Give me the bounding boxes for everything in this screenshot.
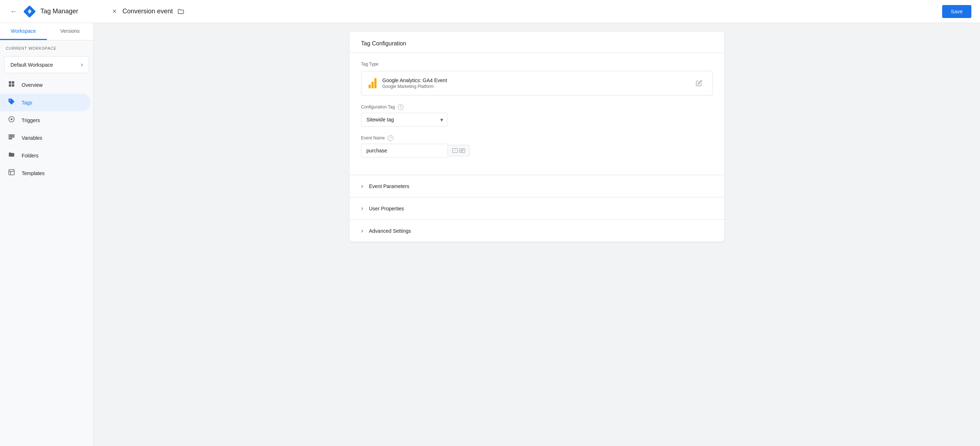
app-logo xyxy=(23,5,36,18)
user-properties-label: User Properties xyxy=(369,206,404,212)
tag-type-field: Tag Type Google Analytics: GA4 Event Goo… xyxy=(361,62,713,96)
sidebar-item-tags-label: Tags xyxy=(22,100,32,105)
event-parameters-chevron-icon: › xyxy=(361,182,363,190)
tag-type-text: Google Analytics: GA4 Event Google Marke… xyxy=(382,78,447,89)
svg-rect-6 xyxy=(12,84,14,87)
ga4-icon xyxy=(369,78,377,88)
svg-rect-20 xyxy=(460,151,463,152)
current-workspace-label: CURRENT WORKSPACE xyxy=(6,46,88,51)
event-name-help-icon[interactable]: ? xyxy=(388,135,393,141)
templates-icon xyxy=(7,169,16,178)
user-properties-chevron-icon: › xyxy=(361,205,363,212)
sidebar-item-templates-label: Templates xyxy=(22,170,45,176)
advanced-settings-label: Advanced Settings xyxy=(369,228,411,234)
event-name-input-row: + xyxy=(361,144,713,158)
svg-rect-5 xyxy=(9,84,11,87)
main-layout: Workspace Versions CURRENT WORKSPACE Def… xyxy=(0,23,980,446)
gtm-logo-icon xyxy=(24,6,35,17)
close-button[interactable]: × xyxy=(111,6,118,17)
user-properties-section[interactable]: › User Properties xyxy=(350,197,724,220)
content-area: Tag Configuration Tag Type xyxy=(94,23,980,446)
event-parameters-label: Event Parameters xyxy=(369,183,409,189)
config-tag-select[interactable]: Sitewide tag None xyxy=(361,113,447,126)
svg-rect-19 xyxy=(460,150,464,151)
tag-type-subtitle: Google Marketing Platform xyxy=(382,84,447,89)
event-parameters-section[interactable]: › Event Parameters xyxy=(350,175,724,197)
panel-header: × Conversion event xyxy=(102,6,942,17)
folder-button[interactable] xyxy=(177,8,185,15)
svg-text:+: + xyxy=(454,149,456,152)
tag-type-name: Google Analytics: GA4 Event xyxy=(382,78,447,83)
save-button[interactable]: Save xyxy=(942,5,971,18)
svg-rect-13 xyxy=(9,170,14,175)
app-name: Tag Manager xyxy=(40,8,78,15)
event-name-field: Event Name ? + xyxy=(361,135,713,158)
workspace-chevron-icon: › xyxy=(81,61,83,68)
svg-point-9 xyxy=(11,118,13,120)
overview-icon xyxy=(7,80,16,89)
variable-tag-icon xyxy=(460,148,465,153)
top-bar-actions: Save xyxy=(942,5,971,18)
tab-versions[interactable]: Versions xyxy=(47,23,94,40)
folders-icon xyxy=(7,151,16,160)
top-bar: ← Tag Manager × Conversion event Save xyxy=(0,0,980,23)
sidebar-item-overview-label: Overview xyxy=(22,82,43,88)
sidebar-item-triggers-label: Triggers xyxy=(22,118,40,123)
svg-rect-3 xyxy=(9,81,11,84)
svg-point-7 xyxy=(10,100,11,101)
svg-rect-4 xyxy=(12,81,14,84)
edit-tag-type-button[interactable] xyxy=(693,77,705,89)
sidebar-tabs: Workspace Versions xyxy=(0,23,93,40)
config-tag-select-wrapper: Sitewide tag None xyxy=(361,113,447,126)
current-workspace-section: CURRENT WORKSPACE xyxy=(0,40,93,53)
variables-icon xyxy=(7,133,16,142)
svg-rect-12 xyxy=(9,138,12,139)
sidebar-item-variables[interactable]: Variables xyxy=(0,129,91,147)
sidebar-item-variables-label: Variables xyxy=(22,135,42,141)
sidebar: Workspace Versions CURRENT WORKSPACE Def… xyxy=(0,23,94,446)
workspace-name: Default Workspace xyxy=(10,62,53,68)
variable-picker-icon: + xyxy=(452,148,458,153)
tags-icon xyxy=(7,98,16,107)
sidebar-item-tags[interactable]: Tags xyxy=(0,94,91,112)
bar-1 xyxy=(369,84,371,88)
workspace-item[interactable]: Default Workspace › xyxy=(4,56,89,73)
config-tag-field: Configuration Tag ? Sitewide tag None xyxy=(361,104,713,126)
tag-type-label: Tag Type xyxy=(361,62,713,67)
app-header: ← Tag Manager xyxy=(9,5,102,18)
panel-section-title: Tag Configuration xyxy=(350,32,724,53)
event-name-input[interactable] xyxy=(361,144,447,158)
config-tag-label: Configuration Tag xyxy=(361,105,395,110)
event-name-label: Event Name xyxy=(361,135,385,140)
svg-rect-18 xyxy=(460,148,465,152)
advanced-settings-section[interactable]: › Advanced Settings xyxy=(350,220,724,242)
tag-configuration-panel: Tag Configuration Tag Type xyxy=(350,32,724,242)
svg-rect-11 xyxy=(9,136,15,137)
sidebar-nav: Overview Tags Triggers xyxy=(0,76,93,182)
config-tag-label-row: Configuration Tag ? xyxy=(361,104,713,110)
panel-body: Tag Type Google Analytics: GA4 Event Goo… xyxy=(350,53,724,175)
bar-3 xyxy=(374,78,377,88)
triggers-icon xyxy=(7,116,16,125)
advanced-settings-chevron-icon: › xyxy=(361,227,363,234)
sidebar-item-templates[interactable]: Templates xyxy=(0,164,91,182)
bar-2 xyxy=(371,82,374,88)
event-name-label-row: Event Name ? xyxy=(361,135,713,141)
sidebar-item-folders[interactable]: Folders xyxy=(0,147,91,164)
sidebar-item-overview[interactable]: Overview xyxy=(0,76,91,94)
sidebar-item-triggers[interactable]: Triggers xyxy=(0,112,91,129)
tab-workspace[interactable]: Workspace xyxy=(0,23,47,40)
svg-rect-10 xyxy=(9,134,15,135)
back-button[interactable]: ← xyxy=(9,6,19,17)
panel-title: Conversion event xyxy=(123,8,173,15)
config-tag-help-icon[interactable]: ? xyxy=(398,104,404,110)
variable-picker-button[interactable]: + xyxy=(447,145,470,156)
sidebar-item-folders-label: Folders xyxy=(22,153,38,159)
tag-type-info-left: Google Analytics: GA4 Event Google Marke… xyxy=(369,78,447,89)
tag-type-card[interactable]: Google Analytics: GA4 Event Google Marke… xyxy=(361,71,713,96)
